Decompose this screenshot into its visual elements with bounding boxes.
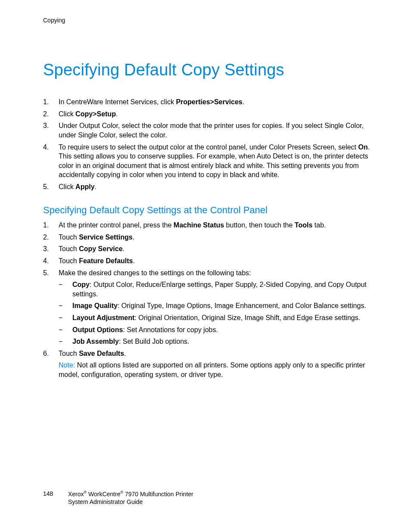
bold-text: Copy	[72, 281, 90, 288]
bold-text: Feature Defaults	[79, 257, 133, 264]
page-title: Specifying Default Copy Settings	[43, 59, 374, 81]
doc-title: System Administrator Guide	[68, 498, 143, 505]
list-item: Touch Save Defaults.	[43, 349, 374, 358]
sub-list-item: Output Options: Set Annotations for copy…	[59, 325, 374, 335]
list-item: Touch Feature Defaults.	[43, 256, 374, 266]
brand: WorkCentre	[87, 490, 120, 497]
bold-text: Image Quality	[72, 302, 118, 309]
text: At the printer control panel, press the	[59, 221, 174, 229]
text: .	[124, 350, 126, 357]
list-item: Under Output Color, select the color mod…	[43, 121, 374, 140]
text: Click	[59, 183, 75, 190]
text: Under Output Color, select the color mod…	[59, 122, 364, 139]
list-item: In CentreWare Internet Services, click P…	[43, 97, 374, 107]
text: : Set Annotations for copy jobs.	[123, 326, 218, 333]
text: .	[116, 110, 118, 118]
bold-text: Layout Adjustment	[72, 314, 134, 321]
text: : Set Build Job options.	[119, 338, 190, 345]
text: : Original Type, Image Options, Image En…	[118, 302, 366, 309]
bold-text: On	[358, 143, 367, 151]
sub-list-item: Copy: Output Color, Reduce/Enlarge setti…	[59, 280, 374, 299]
product-name: 7970 Multifunction Printer	[123, 490, 193, 497]
procedure-list-2: At the printer control panel, press the …	[43, 221, 374, 358]
list-item: At the printer control panel, press the …	[43, 221, 374, 230]
text: .	[133, 233, 134, 241]
text: In CentreWare Internet Services, click	[59, 98, 176, 106]
list-item: Touch Service Settings.	[43, 233, 374, 242]
bold-text: Service Settings	[79, 233, 133, 241]
text: .	[133, 257, 135, 264]
footer-text: Xerox® WorkCentre® 7970 Multifunction Pr…	[68, 490, 193, 506]
text: .	[95, 183, 97, 190]
text: .	[243, 98, 244, 106]
bold-text: Copy>Setup	[75, 110, 116, 118]
text: Touch	[59, 350, 79, 357]
note-label: Note:	[59, 361, 75, 369]
page-number: 148	[43, 490, 66, 498]
bold-text: Machine Status	[174, 221, 224, 229]
text: : Original Orientation, Original Size, I…	[134, 314, 360, 321]
text: : Output Color, Reduce/Enlarge settings,…	[72, 281, 367, 298]
list-item: Click Apply.	[43, 182, 374, 192]
bold-text: Output Options	[72, 326, 123, 333]
sub-list-item: Image Quality: Original Type, Image Opti…	[59, 301, 374, 311]
text: Touch	[59, 233, 79, 241]
text: Touch	[59, 257, 79, 264]
bold-text: Tools	[295, 221, 312, 229]
list-item: Click Copy>Setup.	[43, 109, 374, 119]
bold-text: Save Defaults	[79, 350, 124, 357]
sub-list-item: Job Assembly: Set Build Job options.	[59, 337, 374, 346]
text: tab.	[312, 221, 326, 229]
bold-text: Copy Service	[79, 245, 122, 252]
text: Touch	[59, 245, 79, 252]
text: .	[123, 245, 125, 252]
sub-list-item: Layout Adjustment: Original Orientation,…	[59, 313, 374, 323]
running-header: Copying	[43, 16, 374, 25]
bold-text: Properties>Services	[176, 98, 242, 106]
section-heading: Specifying Default Copy Settings at the …	[43, 204, 374, 217]
brand: Xerox	[68, 490, 84, 497]
note: Note: Not all options listed are support…	[43, 361, 374, 379]
text: button, then touch the	[224, 221, 295, 229]
procedure-list-1: In CentreWare Internet Services, click P…	[43, 97, 374, 191]
text: To require users to select the output co…	[59, 143, 358, 151]
list-item: To require users to select the output co…	[43, 143, 374, 180]
text: Make the desired changes to the settings…	[59, 269, 251, 277]
sub-list: Copy: Output Color, Reduce/Enlarge setti…	[59, 280, 374, 346]
page-footer: 148 Xerox® WorkCentre® 7970 Multifunctio…	[43, 490, 193, 506]
bold-text: Job Assembly	[72, 338, 119, 345]
list-item: Make the desired changes to the settings…	[43, 268, 374, 346]
note-text: Not all options listed are supported on …	[59, 361, 365, 378]
text: Click	[59, 110, 75, 118]
list-item: Touch Copy Service.	[43, 244, 374, 254]
bold-text: Apply	[75, 183, 94, 190]
